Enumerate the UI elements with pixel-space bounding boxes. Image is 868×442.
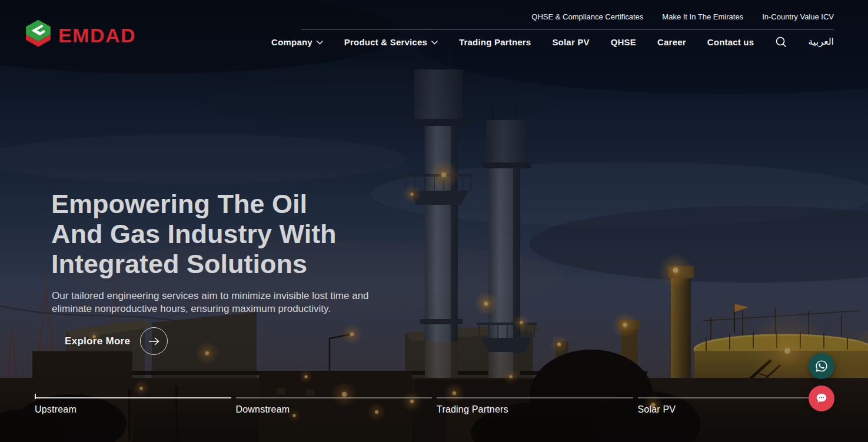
nav-item-label: Trading Partners: [459, 37, 531, 47]
nav-item-qhse[interactable]: QHSE: [611, 37, 636, 47]
slider-tab-downstream[interactable]: Downstream: [236, 397, 433, 415]
search-button[interactable]: [775, 36, 787, 48]
tab-progress-line: [638, 397, 834, 398]
utility-bar: QHSE & Compliance Certificates Make It I…: [531, 12, 834, 21]
emdad-logo[interactable]: EMDAD: [24, 19, 136, 48]
nav-item-label: Contact us: [707, 37, 754, 47]
header-divider: [301, 29, 834, 30]
emdad-logo-icon: [24, 19, 53, 48]
tab-label: Downstream: [236, 404, 433, 415]
tab-label: Solar PV: [638, 404, 834, 415]
nav-item-product-services[interactable]: Product & Services: [344, 37, 438, 47]
slider-tab-upstream[interactable]: Upstream: [35, 397, 231, 415]
arrow-right-icon: [148, 337, 160, 346]
emdad-logo-text: EMDAD: [58, 22, 136, 45]
tab-progress-line: [236, 397, 433, 398]
arrow-circle: [140, 327, 168, 355]
explore-more-label: Explore More: [65, 335, 130, 347]
chat-bubble-icon: [815, 392, 828, 405]
nav-item-career[interactable]: Career: [657, 37, 686, 47]
slider-tab-trading-partners[interactable]: Trading Partners: [437, 397, 633, 415]
nav-item-label: Career: [657, 37, 686, 47]
whatsapp-icon: [815, 360, 828, 373]
hero-title: Empowering The Oil And Gas Industry With…: [51, 189, 337, 279]
nav-item-solar-pv[interactable]: Solar PV: [552, 37, 589, 47]
hero-title-line: Empowering The Oil: [51, 189, 337, 219]
hero-description: Our tailored engineering services aim to…: [52, 290, 369, 315]
whatsapp-button[interactable]: [809, 353, 834, 379]
hero-description-line: Our tailored engineering services aim to…: [52, 290, 369, 303]
nav-item-label: Solar PV: [552, 37, 589, 47]
nav-item-label: Product & Services: [344, 37, 427, 47]
tab-label: Upstream: [35, 404, 231, 415]
nav-item-company[interactable]: Company: [271, 37, 323, 47]
tab-progress-line: [437, 397, 633, 398]
nav-item-label: Company: [271, 37, 312, 47]
hero-title-line: And Gas Industry With: [51, 219, 337, 249]
nav-item-contact-us[interactable]: Contact us: [707, 37, 754, 47]
tab-label: Trading Partners: [437, 404, 633, 415]
tab-progress-line: [35, 397, 231, 398]
hero-description-line: eliminate nonproductive hours, ensuring …: [52, 303, 369, 315]
nav-item-label: QHSE: [611, 37, 636, 47]
language-switch-arabic[interactable]: العربية: [808, 36, 834, 48]
utility-link-qhse-certificates[interactable]: QHSE & Compliance Certificates: [531, 12, 643, 21]
slider-tab-solar-pv[interactable]: Solar PV: [638, 397, 834, 415]
explore-more-button[interactable]: Explore More: [65, 327, 168, 355]
chevron-down-icon: [317, 41, 323, 45]
live-chat-button[interactable]: [809, 385, 834, 411]
hero-title-line: Integrated Solutions: [51, 249, 337, 279]
hero-slider-tabs: Upstream Downstream Trading Partners Sol…: [35, 397, 834, 415]
nav-item-trading-partners[interactable]: Trading Partners: [459, 37, 531, 47]
search-icon: [775, 36, 787, 48]
chevron-down-icon: [431, 41, 438, 45]
main-navigation: Company Product & Services Trading Partn…: [271, 34, 834, 50]
homepage-hero-section: QHSE & Compliance Certificates Make It I…: [0, 0, 868, 442]
utility-link-make-it-in-the-emirates[interactable]: Make It In The Emirates: [662, 12, 743, 21]
utility-link-icv[interactable]: In-Country Value ICV: [762, 12, 834, 21]
